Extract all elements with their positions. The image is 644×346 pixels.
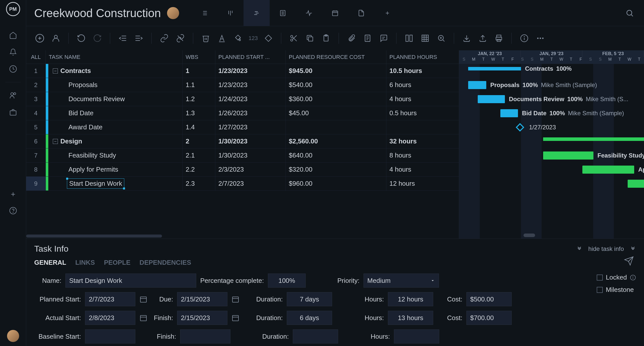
calendar-icon[interactable] <box>139 314 147 322</box>
priority-select[interactable]: Medium <box>364 274 439 288</box>
gantt-horizontal-scrollbar[interactable] <box>459 234 641 238</box>
wbs-cell[interactable]: 2.2 <box>183 163 215 176</box>
task-row[interactable]: 7 Feasibility Study 2.1 1/30/2023 $640.0… <box>26 148 459 163</box>
planned-cost-cell[interactable]: $945.00 <box>286 64 386 78</box>
baseline-finish-input[interactable] <box>180 329 230 343</box>
row-number[interactable]: 6 <box>26 134 46 148</box>
planned-hours-cell[interactable]: 4 hours <box>386 163 459 176</box>
task-info-tab[interactable]: GENERAL <box>34 259 66 266</box>
baseline-start-input[interactable] <box>85 329 135 343</box>
task-info-tab[interactable]: LINKS <box>75 259 95 266</box>
milestone-icon[interactable] <box>263 33 274 44</box>
collapse-down-icon[interactable] <box>630 246 636 252</box>
task-name-cell[interactable]: − Contracts <box>46 64 183 78</box>
people-icon[interactable] <box>9 91 17 99</box>
task-row[interactable]: 6 − Design 2 1/30/2023 $2,560.00 32 hour… <box>26 134 459 148</box>
col-all[interactable]: ALL <box>26 50 46 64</box>
view-activity-icon[interactable] <box>296 0 322 26</box>
info-icon[interactable] <box>519 33 530 44</box>
notifications-icon[interactable] <box>9 48 17 56</box>
due-input[interactable] <box>177 292 227 306</box>
task-name-cell[interactable]: Feasibility Study <box>46 148 183 162</box>
help-icon[interactable] <box>9 207 17 215</box>
col-wbs[interactable]: WBS <box>183 50 215 64</box>
hours-input[interactable] <box>388 292 433 306</box>
planned-start-cell[interactable]: 2/3/2023 <box>215 163 286 176</box>
comment-icon[interactable] <box>378 33 389 44</box>
planned-cost-cell[interactable]: $360.00 <box>286 92 386 106</box>
task-name-cell[interactable]: − Design <box>46 134 183 148</box>
task-name-cell[interactable]: Documents Review <box>46 92 183 106</box>
undo-icon[interactable] <box>76 33 87 44</box>
indent-icon[interactable] <box>133 33 144 44</box>
notes-icon[interactable] <box>362 33 373 44</box>
wbs-cell[interactable]: 1 <box>183 64 215 78</box>
row-number[interactable]: 2 <box>26 78 46 92</box>
row-number[interactable]: 4 <box>26 106 46 120</box>
planned-start-cell[interactable]: 1/24/2023 <box>215 92 286 106</box>
copy-icon[interactable] <box>304 33 315 44</box>
redo-icon[interactable] <box>92 33 103 44</box>
hide-task-info-label[interactable]: hide task info <box>588 245 624 252</box>
cost-input[interactable] <box>466 292 512 306</box>
assign-icon[interactable] <box>50 33 61 44</box>
color-icon[interactable] <box>232 33 244 44</box>
calendar-icon[interactable] <box>231 295 239 303</box>
wbs-cell[interactable]: 2.1 <box>183 148 215 162</box>
gantt-bar[interactable]: Apply f <box>582 166 634 174</box>
recent-icon[interactable] <box>9 65 17 73</box>
milestone-checkbox[interactable] <box>597 287 603 293</box>
calendar-icon[interactable] <box>139 295 147 303</box>
pct-complete-input[interactable] <box>268 274 306 288</box>
view-board-icon[interactable] <box>217 0 244 26</box>
row-number[interactable]: 5 <box>26 120 46 134</box>
actual-start-input[interactable] <box>85 311 135 325</box>
col-planned-cost[interactable]: PLANNED RESOURCE COST <box>286 50 386 64</box>
columns-icon[interactable] <box>404 33 415 44</box>
task-name-cell[interactable]: Start Design Work <box>46 177 183 190</box>
planned-cost-cell[interactable]: $540.00 <box>286 78 386 92</box>
task-name-cell[interactable]: Bid Date <box>46 106 183 120</box>
locked-checkbox[interactable] <box>597 275 603 281</box>
collapse-down-icon[interactable] <box>576 246 582 252</box>
gantt-bar[interactable]: Contracts100% <box>468 67 521 70</box>
paste-icon[interactable] <box>320 33 332 44</box>
task-name-cell[interactable]: Proposals <box>46 78 183 92</box>
actual-hours-input[interactable] <box>388 311 433 325</box>
planned-cost-cell[interactable] <box>286 120 386 134</box>
baseline-hours-input[interactable] <box>394 329 439 343</box>
duration-input[interactable] <box>287 292 332 306</box>
search-icon[interactable] <box>625 9 634 17</box>
task-row[interactable]: 1 − Contracts 1 1/23/2023 $945.00 10.5 h… <box>26 64 459 78</box>
export-icon[interactable] <box>477 33 488 44</box>
project-title[interactable]: Creekwood Construction <box>34 6 161 20</box>
wbs-cell[interactable]: 1.4 <box>183 120 215 134</box>
planned-cost-cell[interactable]: $640.00 <box>286 148 386 162</box>
planned-hours-cell[interactable]: 12 hours <box>386 177 459 190</box>
view-list-icon[interactable] <box>191 0 217 26</box>
task-row[interactable]: 2 Proposals 1.1 1/23/2023 $540.00 6 hour… <box>26 78 459 92</box>
wbs-cell[interactable]: 1.2 <box>183 92 215 106</box>
delete-icon[interactable] <box>200 33 211 44</box>
gantt-milestone[interactable] <box>516 123 524 132</box>
row-number[interactable]: 3 <box>26 92 46 106</box>
attachment-icon[interactable] <box>346 33 357 44</box>
wbs-cell[interactable]: 1.3 <box>183 106 215 120</box>
calendar-icon[interactable] <box>231 314 239 322</box>
col-planned-start[interactable]: PLANNED START ... <box>215 50 286 64</box>
planned-start-cell[interactable]: 1/26/2023 <box>215 106 286 120</box>
gantt-bar[interactable]: Bid Date100%Mike Smith (Sample) <box>500 109 518 117</box>
wbs-cell[interactable]: 1.1 <box>183 78 215 92</box>
row-number[interactable]: 8 <box>26 163 46 176</box>
user-avatar[interactable] <box>7 330 19 342</box>
planned-cost-cell[interactable]: $320.00 <box>286 163 386 176</box>
planned-start-cell[interactable]: 1/30/2023 <box>215 134 286 148</box>
info-icon[interactable] <box>630 275 636 281</box>
view-sheet-icon[interactable] <box>270 0 296 26</box>
planned-start-cell[interactable]: 2/7/2023 <box>215 177 286 190</box>
add-task-icon[interactable] <box>34 33 45 44</box>
print-icon[interactable] <box>493 33 504 44</box>
finish-input[interactable] <box>177 311 227 325</box>
planned-hours-cell[interactable]: 4 hours <box>386 92 459 106</box>
gantt-bar[interactable] <box>543 137 644 141</box>
